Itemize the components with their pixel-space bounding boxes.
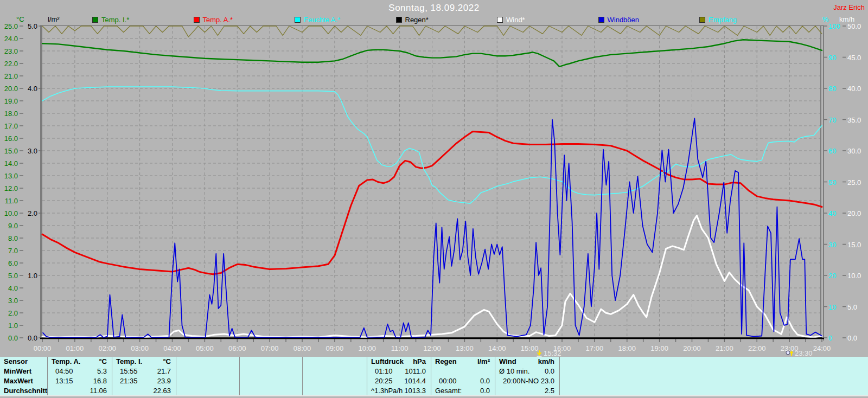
- row-label-minwert: MinWert: [4, 367, 31, 376]
- time-tick-label: 07:00: [261, 344, 279, 352]
- wind-avg10-val: 0.0: [545, 367, 554, 376]
- luftdruck-max-val: 1014.4: [404, 376, 426, 386]
- temp-a-max-val: 16.8: [93, 376, 107, 386]
- temp-a-min-val: 5.3: [97, 367, 107, 376]
- percent-tick-label: 70: [828, 116, 836, 124]
- table-column-luftdruck: LuftdruckhPa 01:101011.0 20:251014.4 ^1.…: [367, 357, 431, 395]
- percent-tick-label: 50: [828, 178, 836, 187]
- time-tick-label: 09:00: [326, 344, 344, 352]
- percent-tick-label: 20: [828, 272, 836, 280]
- liters-tick-label: 2.0: [28, 209, 37, 217]
- percent-tick-label: 80: [828, 85, 836, 93]
- time-tick-label: 02:00: [98, 344, 116, 352]
- temp-a-max-time: 13:15: [55, 376, 73, 386]
- temp-i-avg: 22.63: [153, 386, 171, 396]
- luftdruck-min-val: 1011.0: [405, 367, 426, 376]
- wind-unit: km/h: [538, 357, 554, 367]
- regen-val: 0.0: [480, 376, 490, 386]
- time-tick-label: 22:00: [748, 344, 766, 352]
- celsius-tick-label: 18.0: [4, 110, 18, 118]
- celsius-tick-label: 12.0: [4, 184, 18, 192]
- table-column-temp-i: Temp. I.°C 15:5521.7 21:3523.9 22.63: [112, 357, 176, 395]
- celsius-tick-label: 2.0: [8, 309, 18, 317]
- liters-tick-label: 1.0: [28, 272, 37, 280]
- temp-a-min-time: 04:50: [55, 367, 73, 376]
- celsius-tick-label: 11.0: [5, 197, 18, 205]
- sun-down-icon: [536, 350, 542, 357]
- time-tick-label: 03:00: [131, 344, 149, 352]
- regen-header: Regen: [435, 357, 457, 367]
- celsius-tick-label: 14.0: [4, 159, 18, 168]
- temp-i-max-time: 21:35: [120, 376, 138, 386]
- celsius-tick-label: 25.0: [4, 22, 18, 30]
- luftdruck-header: Luftdruck: [371, 357, 404, 367]
- celsius-tick-label: 22.0: [4, 60, 18, 68]
- celsius-tick-label: 3.0: [8, 297, 18, 305]
- temp-i-unit: °C: [163, 357, 171, 367]
- table-column-regen: Regenl/m² 00:000.0 Gesamt:0.0: [431, 357, 495, 395]
- percent-tick-label: 40: [828, 209, 836, 217]
- temp-a-unit: °C: [99, 357, 107, 367]
- table-column-empty-1: [176, 357, 240, 395]
- table-column-empty-2: [240, 357, 303, 395]
- percent-tick-label: 100: [828, 22, 840, 30]
- time-tick-label: 11:00: [391, 344, 409, 352]
- wind-max-time: 20:00: [503, 376, 521, 386]
- series-windb-en: [43, 118, 822, 337]
- row-label-maxwert: MaxWert: [4, 376, 33, 386]
- temp-a-avg: 11.06: [90, 386, 107, 396]
- moon-up-icon: [786, 350, 794, 357]
- time-tick-label: 18:00: [618, 344, 636, 352]
- temp-i-max-val: 23.9: [157, 376, 171, 386]
- time-tick-label: 00:00: [34, 344, 52, 352]
- celsius-tick-label: 24.0: [4, 35, 18, 43]
- celsius-tick-label: 1.0: [8, 322, 18, 330]
- celsius-tick-label: 16.0: [4, 134, 18, 143]
- luftdruck-min-time: 01:10: [375, 367, 393, 376]
- celsius-tick-label: 23.0: [4, 47, 18, 55]
- kmh-tick-label: 35.0: [847, 116, 861, 124]
- celsius-tick-label: 20.0: [4, 85, 18, 93]
- luftdruck-unit: hPa: [413, 357, 426, 367]
- celsius-tick-label: 9.0: [8, 222, 18, 230]
- liters-tick-label: 4.0: [28, 85, 37, 93]
- percent-tick-label: 0: [828, 334, 832, 342]
- temp-i-min-time: 15:55: [120, 367, 138, 376]
- percent-tick-label: 10: [828, 303, 836, 311]
- liters-tick-label: 0.0: [28, 334, 37, 342]
- kmh-tick-label: 50.0: [847, 22, 861, 30]
- percent-tick-label: 60: [828, 147, 836, 155]
- table-column-empty-3: [303, 357, 367, 395]
- kmh-tick-label: 45.0: [847, 54, 861, 62]
- table-column-wind: Windkm/h Ø 10 min.0.0 20:00N-NO 23.0 2.5: [495, 357, 560, 395]
- regen-unit: l/m²: [477, 357, 490, 367]
- celsius-tick-label: 13.0: [4, 172, 18, 180]
- moon-marker: 23:30: [786, 349, 813, 357]
- kmh-tick-label: 30.0: [847, 147, 861, 155]
- temp-i-header: Temp. I.: [116, 357, 142, 367]
- time-tick-label: 08:00: [293, 344, 311, 352]
- time-tick-label: 17:00: [586, 344, 604, 352]
- table-column-temp-a: Temp. A.°C 04:505.3 13:1516.8 11.06: [48, 357, 112, 395]
- wind-avg10-label: Ø 10 min.: [499, 367, 529, 376]
- sun-marker: 15:32: [536, 349, 561, 357]
- statistics-table: Sensor MinWert MaxWert Durchschnitt Temp…: [0, 357, 868, 396]
- regen-total-label: Gesamt:: [435, 386, 462, 396]
- celsius-tick-label: 21.0: [4, 72, 18, 80]
- time-tick-label: 21:00: [716, 344, 733, 352]
- celsius-tick-label: 17.0: [4, 122, 18, 130]
- liters-tick-label: 3.0: [28, 147, 37, 155]
- liters-tick-label: 5.0: [28, 22, 37, 30]
- time-tick-label: 14:00: [488, 344, 506, 352]
- celsius-tick-label: 6.0: [8, 259, 18, 267]
- time-tick-label: 01:00: [66, 344, 84, 352]
- percent-tick-label: 30: [828, 241, 836, 249]
- table-column-empty-right: [560, 357, 868, 395]
- table-column-row-labels: Sensor MinWert MaxWert Durchschnitt: [0, 357, 48, 395]
- wind-max-val: N-NO 23.0: [521, 376, 554, 386]
- regen-time: 00:00: [439, 376, 457, 386]
- kmh-tick-label: 15.0: [847, 241, 861, 249]
- temp-a-header: Temp. A.: [52, 357, 80, 367]
- time-tick-label: 19:00: [650, 344, 668, 352]
- time-tick-label: 20:00: [683, 344, 701, 352]
